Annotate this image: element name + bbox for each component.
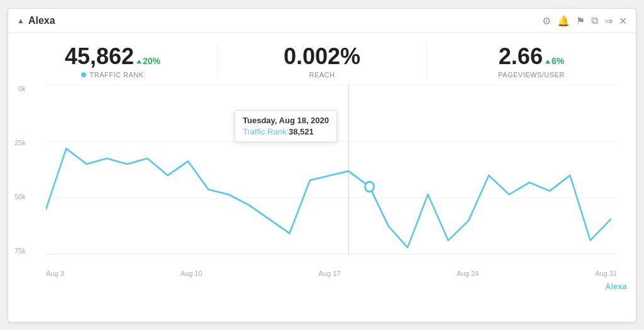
reach-label: REACH xyxy=(218,71,426,79)
traffic-rank-dot xyxy=(81,72,86,77)
traffic-rank-badge: 20% xyxy=(136,56,160,66)
widget-footer: Alexa xyxy=(8,280,636,296)
metric-traffic-rank: 45,86220% TRAFFIC RANK xyxy=(8,44,218,79)
x-axis: Aug 3 Aug 10 Aug 17 Aug 24 Aug 31 xyxy=(46,266,617,277)
title-text: Alexa xyxy=(28,15,55,26)
tooltip-dot xyxy=(365,182,374,192)
export-icon[interactable]: ⇒ xyxy=(604,15,613,27)
pageviews-value: 2.666% xyxy=(427,44,636,69)
alexa-widget: ▲ Alexa ⚙ 🔔 ⚑ ⧉ ⇒ ✕ 45,86220% TRAFFIC RA… xyxy=(8,8,636,322)
header-icons: ⚙ 🔔 ⚑ ⧉ ⇒ ✕ xyxy=(542,15,627,27)
metric-reach: 0.002% REACH xyxy=(218,44,427,79)
widget-title: ▲ Alexa xyxy=(17,15,55,26)
x-label-aug17: Aug 17 xyxy=(319,270,341,277)
metric-pageviews: 2.666% PAGEVIEWS/USER xyxy=(427,44,636,79)
pageviews-label: PAGEVIEWS/USER xyxy=(427,71,636,79)
bell-icon[interactable]: 🔔 xyxy=(557,15,570,27)
settings-icon[interactable]: ⚙ xyxy=(542,15,551,27)
pageviews-badge: 6% xyxy=(545,56,564,66)
collapse-arrow[interactable]: ▲ xyxy=(17,16,25,25)
traffic-rank-value: 45,86220% xyxy=(8,44,217,69)
line-chart-svg xyxy=(46,85,617,255)
widget-header: ▲ Alexa ⚙ 🔔 ⚑ ⧉ ⇒ ✕ xyxy=(8,9,636,33)
chart-inner: Tuesday, Aug 18, 2020 Traffic Rank:38,52… xyxy=(46,85,617,255)
y-axis: 0k 25k 50k 75k xyxy=(14,85,29,255)
metrics-row: 45,86220% TRAFFIC RANK 0.002% REACH 2.66… xyxy=(8,33,636,85)
traffic-rank-label: TRAFFIC RANK xyxy=(8,71,217,79)
y-label-0k: 0k xyxy=(18,85,29,92)
y-label-25k: 25k xyxy=(14,139,29,146)
y-label-75k: 75k xyxy=(14,247,29,255)
y-label-50k: 50k xyxy=(14,193,29,201)
flag-icon[interactable]: ⚑ xyxy=(576,15,585,27)
x-label-aug10: Aug 10 xyxy=(180,270,203,277)
close-icon[interactable]: ✕ xyxy=(619,15,627,27)
brand-label: Alexa xyxy=(605,282,627,291)
x-label-aug24: Aug 24 xyxy=(457,270,479,277)
reach-value: 0.002% xyxy=(218,44,426,69)
x-label-aug3: Aug 3 xyxy=(46,270,64,277)
chart-area: 0k 25k 50k 75k Tuesday, Aug 18, 2 xyxy=(8,85,636,280)
copy-icon[interactable]: ⧉ xyxy=(591,15,598,26)
x-label-aug31: Aug 31 xyxy=(595,270,617,277)
